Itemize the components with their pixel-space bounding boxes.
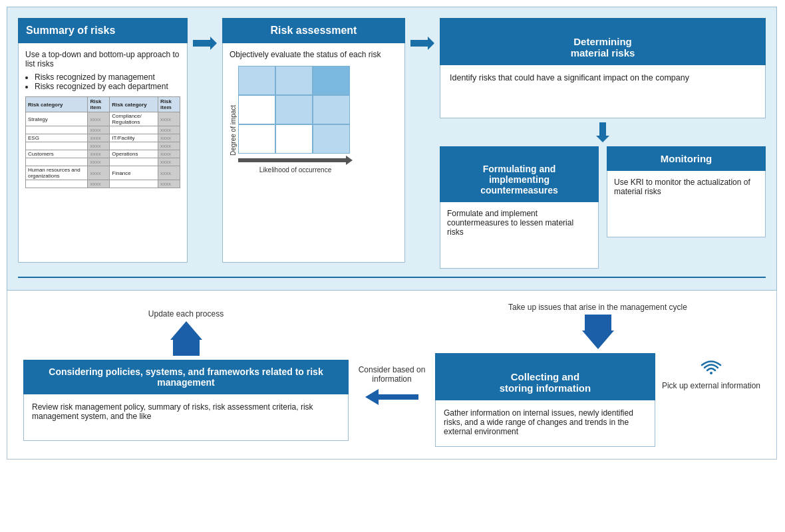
table-row: xxxxxxxx bbox=[26, 158, 180, 166]
summary-table: Risk category Risk item Risk category Ri… bbox=[25, 96, 180, 188]
policies-header: Considering policies, systems, and frame… bbox=[23, 360, 349, 394]
svg-marker-2 bbox=[410, 37, 434, 50]
collecting-outer: Collecting and storing information Gathe… bbox=[435, 353, 760, 447]
monitoring-desc: Use KRI to monitor the actualization of … bbox=[614, 178, 750, 196]
pickup-label: Pick up external information bbox=[662, 381, 760, 390]
right-col: Take up issues that arise in the managem… bbox=[435, 303, 760, 447]
summary-content: Use a top-down and bottom-up approach to… bbox=[18, 43, 188, 263]
x-axis-row bbox=[238, 156, 353, 165]
risk-assessment-content: Objectively evaluate the status of each … bbox=[222, 43, 405, 263]
pickup-col: Pick up external information bbox=[662, 360, 760, 390]
middle-connector: Consider based on information bbox=[349, 338, 435, 412]
svg-marker-4 bbox=[170, 321, 202, 356]
cell-2-2 bbox=[275, 95, 313, 124]
monitoring-header: Monitoring bbox=[607, 146, 766, 171]
risk-assessment-box: Risk assessment Objectively evaluate the… bbox=[222, 18, 405, 263]
policies-desc: Review risk management policy, summary o… bbox=[32, 402, 313, 421]
svg-marker-5 bbox=[365, 389, 418, 405]
svg-marker-6 bbox=[582, 315, 614, 349]
collecting-header: Collecting and storing information bbox=[435, 353, 655, 400]
monitoring-content: Use KRI to monitor the actualization of … bbox=[607, 171, 766, 237]
svg-marker-0 bbox=[193, 37, 217, 50]
risk-assessment-desc: Objectively evaluate the status of each … bbox=[230, 50, 398, 59]
wifi-icon bbox=[701, 360, 722, 378]
svg-marker-3 bbox=[596, 122, 609, 142]
top-row: Summary of risks Use a top-down and bott… bbox=[18, 18, 766, 269]
matrix-row-1 bbox=[238, 66, 353, 95]
formulating-desc: Formulate and implement countermeasures … bbox=[447, 209, 573, 237]
bottom-section: Update each process Considering policies… bbox=[7, 291, 777, 460]
formulating-box: Formulating and implementing countermeas… bbox=[440, 146, 599, 269]
cell-3-2 bbox=[275, 124, 313, 154]
takeup-label: Take up issues that arise in the managem… bbox=[508, 303, 687, 312]
arrow-right-2 bbox=[405, 18, 440, 50]
policies-box: Considering policies, systems, and frame… bbox=[23, 360, 349, 441]
consider-label: Consider based on information bbox=[349, 365, 435, 384]
summary-list: Risks recognized by management Risks rec… bbox=[25, 72, 180, 91]
table-row: Human resources and organizationsxxxxFin… bbox=[26, 166, 180, 180]
formulating-header: Formulating and implementing countermeas… bbox=[440, 146, 599, 202]
summary-desc: Use a top-down and bottom-up approach to… bbox=[25, 50, 180, 68]
bottom-connector bbox=[18, 275, 766, 279]
matrix-row-2 bbox=[238, 95, 353, 124]
table-row: xxxxxxxx bbox=[26, 126, 180, 134]
monitoring-box: Monitoring Use KRI to monitor the actual… bbox=[607, 146, 766, 269]
collecting-box: Collecting and storing information Gathe… bbox=[435, 353, 655, 447]
up-arrow-big bbox=[170, 321, 202, 356]
down-arrow-big bbox=[582, 315, 614, 349]
matrix-wrapper: Degree of impact bbox=[230, 66, 398, 174]
cell-1-3 bbox=[313, 66, 350, 95]
table-row: CustomersxxxxOperationsxxxx bbox=[26, 150, 180, 158]
cell-3-3 bbox=[313, 124, 350, 154]
table-row: xxxxxxxx bbox=[26, 180, 180, 188]
matrix-row-3 bbox=[238, 124, 353, 154]
summary-header: Summary of risks bbox=[18, 18, 188, 43]
table-row: xxxxxxxx bbox=[26, 142, 180, 150]
left-arrow-horiz bbox=[365, 389, 418, 405]
left-col: Update each process Considering policies… bbox=[23, 309, 349, 441]
y-label: Degree of impact bbox=[230, 87, 237, 174]
determining-header: Determining material risks bbox=[440, 18, 766, 65]
table-col1h2: Risk item bbox=[88, 97, 110, 112]
risk-assessment-header: Risk assessment bbox=[222, 18, 405, 43]
arrow-down-determining bbox=[440, 122, 766, 142]
cell-1-1 bbox=[238, 66, 275, 95]
outer-container: Summary of risks Use a top-down and bott… bbox=[7, 7, 777, 291]
table-col2h1: Risk category bbox=[110, 97, 158, 112]
update-label-row: Update each process bbox=[148, 309, 224, 356]
formulating-content: Formulate and implement countermeasures … bbox=[440, 202, 599, 269]
update-label: Update each process bbox=[148, 309, 224, 319]
determining-box: Determining material risks Identify risk… bbox=[440, 18, 766, 118]
arrow-right-1 bbox=[188, 18, 222, 50]
bottom-row: Update each process Considering policies… bbox=[23, 303, 760, 447]
form-monitor-row: Formulating and implementing countermeas… bbox=[440, 146, 766, 269]
x-label: Likelihood of occurrence bbox=[238, 166, 353, 174]
matrix-inner: Likelihood of occurrence bbox=[238, 66, 353, 174]
table-col2h2: Risk item bbox=[158, 97, 180, 112]
summary-box: Summary of risks Use a top-down and bott… bbox=[18, 18, 188, 263]
table-row: StrategyxxxxCompliance/ Regulationsxxxx bbox=[26, 112, 180, 126]
determining-content: Identify risks that could have a signifi… bbox=[440, 65, 766, 118]
takeup-label-row: Take up issues that arise in the managem… bbox=[508, 303, 687, 349]
collecting-content: Gather information on internal issues, n… bbox=[435, 400, 655, 447]
policies-content: Review risk management policy, summary o… bbox=[23, 394, 349, 441]
table-row: ESGxxxxIT/Facilityxxxx bbox=[26, 134, 180, 142]
collecting-desc: Gather information on internal issues, n… bbox=[444, 408, 633, 436]
cell-3-1 bbox=[238, 124, 275, 154]
right-section: Determining material risks Identify risk… bbox=[440, 18, 766, 269]
summary-bullet1: Risks recognized by management bbox=[35, 72, 180, 82]
table-col1h1: Risk category bbox=[26, 97, 88, 112]
cell-1-2 bbox=[275, 66, 313, 95]
cell-2-1 bbox=[238, 95, 275, 124]
summary-bullet2: Risks recognized by each department bbox=[35, 82, 180, 91]
determining-desc: Identify risks that could have a signifi… bbox=[450, 73, 689, 82]
svg-marker-1 bbox=[238, 156, 353, 165]
cell-2-3 bbox=[313, 95, 350, 124]
